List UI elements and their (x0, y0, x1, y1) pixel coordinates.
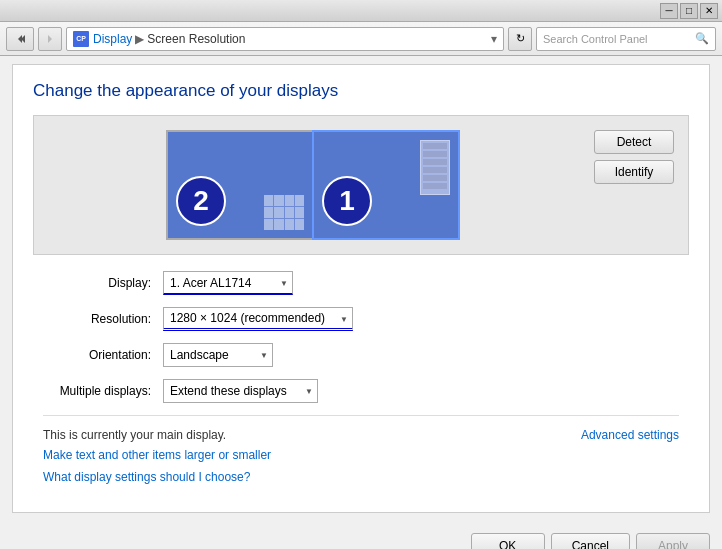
monitor-2[interactable]: 2 (166, 130, 314, 240)
orientation-select-wrapper[interactable]: Landscape (163, 343, 273, 367)
display-monitors: 2 1 (48, 130, 578, 240)
main-content: Change the appearance of your displays 2… (12, 64, 710, 513)
display-select[interactable]: 1. Acer AL1714 (163, 271, 293, 295)
display-row: Display: 1. Acer AL1714 (43, 271, 679, 295)
close-button[interactable]: ✕ (700, 3, 718, 19)
orientation-row: Orientation: Landscape (43, 343, 679, 367)
info-row: This is currently your main display. Adv… (43, 428, 679, 442)
bottom-button-area: OK Cancel Apply (0, 533, 722, 549)
resolution-label: Resolution: (43, 312, 163, 326)
multiple-displays-label: Multiple displays: (43, 384, 163, 398)
search-bar[interactable]: Search Control Panel 🔍 (536, 27, 716, 51)
monitor-2-grid (264, 195, 304, 230)
separator (43, 415, 679, 416)
advanced-settings-link[interactable]: Advanced settings (581, 428, 679, 442)
addressbar: CP Display ▶ Screen Resolution ▾ ↻ Searc… (0, 22, 722, 56)
multiple-displays-select-wrapper[interactable]: Extend these displays (163, 379, 318, 403)
identify-button[interactable]: Identify (594, 160, 674, 184)
monitor-2-number: 2 (176, 176, 226, 226)
form-area: Display: 1. Acer AL1714 Resolution: 1280… (33, 271, 689, 484)
ok-button[interactable]: OK (471, 533, 545, 549)
resolution-select[interactable]: 1280 × 1024 (recommended) (163, 307, 353, 331)
display-preview-container: 2 1 Detect (33, 115, 689, 255)
back-button[interactable] (6, 27, 34, 51)
monitor-1-taskbar (420, 140, 450, 195)
display-label: Display: (43, 276, 163, 290)
breadcrumb-separator: ▶ (135, 32, 144, 46)
cancel-button[interactable]: Cancel (551, 533, 630, 549)
breadcrumb-current: Screen Resolution (147, 32, 245, 46)
display-select-wrapper[interactable]: 1. Acer AL1714 (163, 271, 293, 295)
apply-button[interactable]: Apply (636, 533, 710, 549)
monitor-1-number: 1 (322, 176, 372, 226)
monitor-1[interactable]: 1 (312, 130, 460, 240)
refresh-button[interactable]: ↻ (508, 27, 532, 51)
search-icon: 🔍 (695, 32, 709, 45)
titlebar: ─ □ ✕ (0, 0, 722, 22)
orientation-label: Orientation: (43, 348, 163, 362)
multiple-displays-row: Multiple displays: Extend these displays (43, 379, 679, 403)
resolution-row: Resolution: 1280 × 1024 (recommended) (43, 307, 679, 331)
text-size-link[interactable]: Make text and other items larger or smal… (43, 448, 679, 462)
search-placeholder: Search Control Panel (543, 33, 648, 45)
detect-identify-buttons: Detect Identify (594, 130, 674, 184)
display-settings-link[interactable]: What display settings should I choose? (43, 470, 679, 484)
forward-button[interactable] (38, 27, 62, 51)
minimize-button[interactable]: ─ (660, 3, 678, 19)
breadcrumb-display-link[interactable]: Display (93, 32, 132, 46)
orientation-select[interactable]: Landscape (163, 343, 273, 367)
maximize-button[interactable]: □ (680, 3, 698, 19)
svg-marker-2 (48, 35, 52, 43)
resolution-select-wrapper[interactable]: 1280 × 1024 (recommended) (163, 307, 353, 331)
page-title: Change the appearance of your displays (33, 81, 689, 101)
breadcrumb-dropdown-arrow[interactable]: ▾ (491, 32, 497, 46)
breadcrumb-bar[interactable]: CP Display ▶ Screen Resolution ▾ (66, 27, 504, 51)
multiple-displays-select[interactable]: Extend these displays (163, 379, 318, 403)
detect-button[interactable]: Detect (594, 130, 674, 154)
control-panel-icon: CP (73, 31, 89, 47)
main-display-text: This is currently your main display. (43, 428, 226, 442)
